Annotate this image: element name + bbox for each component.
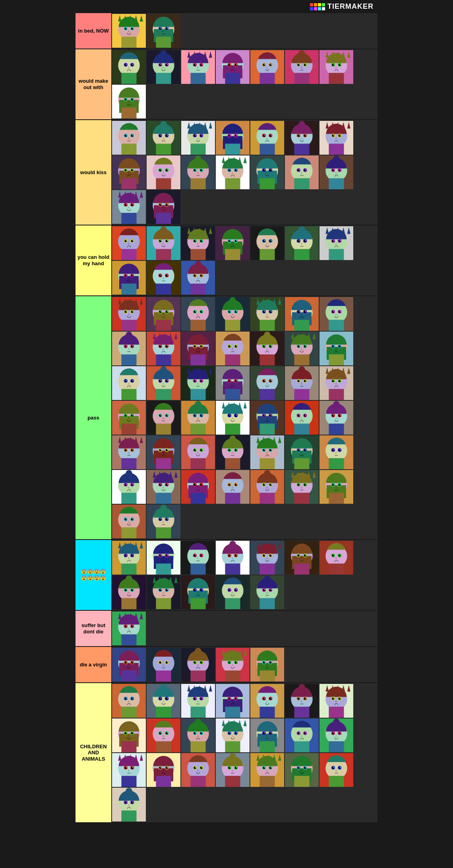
character-cell[interactable] bbox=[181, 261, 215, 295]
character-cell[interactable] bbox=[112, 470, 146, 504]
character-cell[interactable] bbox=[112, 332, 146, 365]
character-cell[interactable] bbox=[216, 155, 250, 189]
character-cell[interactable] bbox=[147, 50, 180, 84]
character-cell[interactable] bbox=[112, 575, 146, 609]
character-cell[interactable] bbox=[319, 226, 353, 260]
character-cell[interactable] bbox=[147, 121, 180, 155]
character-cell[interactable] bbox=[147, 470, 180, 504]
character-cell[interactable] bbox=[216, 470, 250, 504]
character-cell[interactable] bbox=[285, 718, 319, 752]
character-cell[interactable] bbox=[319, 121, 353, 155]
character-cell[interactable] bbox=[285, 470, 319, 504]
character-cell[interactable] bbox=[181, 753, 215, 787]
character-cell[interactable] bbox=[112, 753, 146, 787]
character-cell[interactable] bbox=[250, 718, 284, 752]
character-cell[interactable] bbox=[216, 435, 250, 469]
character-cell[interactable] bbox=[147, 226, 180, 260]
character-cell[interactable] bbox=[181, 684, 215, 718]
character-cell[interactable] bbox=[181, 366, 215, 400]
character-cell[interactable] bbox=[147, 575, 180, 609]
character-cell[interactable] bbox=[112, 435, 146, 469]
character-cell[interactable] bbox=[319, 401, 353, 435]
character-cell[interactable] bbox=[250, 297, 284, 331]
character-cell[interactable] bbox=[216, 541, 250, 575]
character-cell[interactable] bbox=[112, 297, 146, 331]
character-cell[interactable] bbox=[112, 718, 146, 752]
character-cell[interactable] bbox=[112, 190, 146, 224]
character-cell[interactable] bbox=[147, 261, 180, 295]
character-cell[interactable] bbox=[285, 435, 319, 469]
character-cell[interactable] bbox=[181, 541, 215, 575]
character-cell[interactable] bbox=[250, 541, 284, 575]
character-cell[interactable] bbox=[250, 155, 284, 189]
character-cell[interactable] bbox=[181, 575, 215, 609]
character-cell[interactable] bbox=[216, 401, 250, 435]
character-cell[interactable] bbox=[147, 505, 180, 538]
character-cell[interactable] bbox=[181, 297, 215, 331]
character-cell[interactable] bbox=[147, 190, 180, 224]
character-cell[interactable] bbox=[319, 435, 353, 469]
character-cell[interactable] bbox=[147, 14, 180, 48]
character-cell[interactable] bbox=[112, 50, 146, 84]
character-cell[interactable] bbox=[147, 297, 180, 331]
character-cell[interactable] bbox=[112, 612, 146, 645]
character-cell[interactable] bbox=[147, 684, 180, 718]
character-cell[interactable] bbox=[319, 718, 353, 752]
character-cell[interactable] bbox=[250, 684, 284, 718]
character-cell[interactable] bbox=[216, 753, 250, 787]
character-cell[interactable] bbox=[147, 332, 180, 365]
character-cell[interactable] bbox=[285, 366, 319, 400]
character-cell[interactable] bbox=[147, 718, 180, 752]
character-cell[interactable] bbox=[181, 121, 215, 155]
character-cell[interactable] bbox=[250, 435, 284, 469]
character-cell[interactable] bbox=[112, 788, 146, 821]
character-cell[interactable] bbox=[319, 541, 353, 575]
character-cell[interactable] bbox=[181, 648, 215, 682]
character-cell[interactable] bbox=[112, 648, 146, 682]
character-cell[interactable] bbox=[250, 121, 284, 155]
character-cell[interactable] bbox=[250, 648, 284, 682]
character-cell[interactable] bbox=[181, 718, 215, 752]
character-cell[interactable] bbox=[112, 121, 146, 155]
character-cell[interactable] bbox=[319, 297, 353, 331]
character-cell[interactable] bbox=[319, 470, 353, 504]
character-cell[interactable] bbox=[112, 14, 146, 48]
character-cell[interactable] bbox=[112, 261, 146, 295]
character-cell[interactable] bbox=[285, 332, 319, 365]
character-cell[interactable] bbox=[112, 366, 146, 400]
character-cell[interactable] bbox=[181, 155, 215, 189]
character-cell[interactable] bbox=[112, 541, 146, 575]
character-cell[interactable] bbox=[112, 155, 146, 189]
character-cell[interactable] bbox=[181, 50, 215, 84]
character-cell[interactable] bbox=[216, 366, 250, 400]
character-cell[interactable] bbox=[216, 50, 250, 84]
character-cell[interactable] bbox=[285, 50, 319, 84]
character-cell[interactable] bbox=[285, 226, 319, 260]
character-cell[interactable] bbox=[147, 753, 180, 787]
character-cell[interactable] bbox=[250, 401, 284, 435]
character-cell[interactable] bbox=[112, 85, 146, 118]
character-cell[interactable] bbox=[112, 684, 146, 718]
character-cell[interactable] bbox=[147, 541, 180, 575]
character-cell[interactable] bbox=[250, 575, 284, 609]
character-cell[interactable] bbox=[147, 401, 180, 435]
character-cell[interactable] bbox=[112, 401, 146, 435]
character-cell[interactable] bbox=[319, 753, 353, 787]
character-cell[interactable] bbox=[319, 684, 353, 718]
character-cell[interactable] bbox=[181, 401, 215, 435]
character-cell[interactable] bbox=[216, 718, 250, 752]
character-cell[interactable] bbox=[285, 297, 319, 331]
character-cell[interactable] bbox=[285, 121, 319, 155]
character-cell[interactable] bbox=[216, 226, 250, 260]
character-cell[interactable] bbox=[112, 226, 146, 260]
character-cell[interactable] bbox=[285, 401, 319, 435]
character-cell[interactable] bbox=[319, 155, 353, 189]
character-cell[interactable] bbox=[216, 297, 250, 331]
character-cell[interactable] bbox=[216, 332, 250, 365]
character-cell[interactable] bbox=[250, 50, 284, 84]
character-cell[interactable] bbox=[285, 684, 319, 718]
character-cell[interactable] bbox=[250, 470, 284, 504]
character-cell[interactable] bbox=[181, 470, 215, 504]
character-cell[interactable] bbox=[285, 155, 319, 189]
character-cell[interactable] bbox=[250, 366, 284, 400]
